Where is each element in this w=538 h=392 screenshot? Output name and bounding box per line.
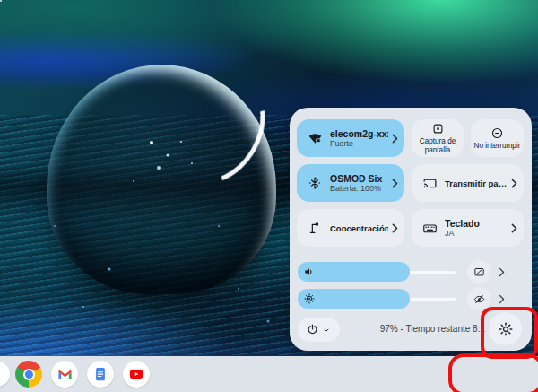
eye-off-icon [473, 292, 486, 306]
volume-slider-row [298, 260, 505, 283]
gmail-icon [57, 369, 73, 380]
screen-capture-label: Captura de pantalla [413, 137, 462, 154]
do-not-disturb-icon [489, 126, 507, 140]
shelf-app-chrome[interactable] [15, 361, 42, 388]
launcher-button[interactable] [0, 362, 10, 387]
monitor-audio-toggle-button[interactable] [467, 260, 490, 283]
cast-icon [421, 176, 438, 191]
keyboard-icon [421, 221, 438, 236]
shelf: 16 de dic 15:39 JA [0, 356, 538, 392]
bluetooth-device-name: OSMOD Six [330, 173, 388, 184]
shelf-app-gmail[interactable] [51, 361, 78, 388]
water-droplet [47, 65, 276, 294]
shelf-app-youtube[interactable] [123, 361, 150, 388]
monitor-off-icon [473, 266, 486, 279]
bluetooth-battery: Batería: 100% [330, 184, 388, 194]
battery-status-text: 97% - Tiempo restante 8:1 [340, 324, 485, 334]
focus-label: Concentración [330, 223, 388, 233]
keyboard-label: Teclado [445, 218, 508, 229]
gear-icon [498, 321, 514, 337]
tile-keyboard[interactable]: Teclado JA [412, 209, 524, 247]
brightness-slider-fill [298, 289, 410, 309]
chromeos-screen: elecom2g-xxx… Fuerte Captura de pantalla… [0, 0, 538, 392]
chevron-right-icon [511, 179, 517, 188]
bluetooth-icon [306, 176, 324, 190]
quick-settings-panel: elecom2g-xxx… Fuerte Captura de pantalla… [290, 108, 532, 351]
power-icon [306, 323, 319, 336]
brightness-slider-row [298, 287, 505, 310]
tile-screen-capture[interactable]: Captura de pantalla [412, 119, 464, 157]
chrome-icon [15, 361, 42, 388]
tile-network[interactable]: elecom2g-xxx… Fuerte [297, 119, 404, 157]
brightness-slider[interactable] [298, 289, 456, 309]
settings-button[interactable] [489, 312, 522, 345]
wallpaper-sparkles [0, 0, 2, 2]
network-name: elecom2g-xxx… [330, 128, 388, 139]
network-signal: Fuerte [330, 139, 388, 149]
audio-settings-chevron-icon[interactable] [499, 267, 505, 277]
brightness-icon [303, 292, 316, 305]
tile-cast[interactable]: Transmitir pa… [412, 164, 524, 202]
chevron-right-icon [392, 134, 398, 144]
volume-slider[interactable] [298, 262, 456, 282]
screenshot-icon [429, 122, 447, 135]
tile-bluetooth[interactable]: OSMOD Six Batería: 100% [297, 164, 404, 202]
chevron-right-icon [511, 223, 517, 233]
power-button[interactable] [298, 318, 340, 342]
volume-icon [303, 266, 316, 278]
shelf-app-docs[interactable] [87, 361, 114, 388]
chevron-right-icon [392, 179, 398, 188]
do-not-disturb-label: No interrumpir [474, 142, 521, 151]
tile-do-not-disturb[interactable]: No interrumpir [471, 119, 524, 157]
focus-icon [306, 221, 324, 235]
chevron-down-icon [321, 325, 332, 335]
cast-label: Transmitir pa… [445, 179, 508, 188]
privacy-screen-toggle-button[interactable] [467, 287, 490, 310]
wifi-lock-icon [306, 131, 324, 146]
tile-focus[interactable]: Concentración [297, 209, 404, 247]
keyboard-layout: JA [445, 229, 508, 239]
docs-icon [92, 366, 108, 382]
chevron-right-icon [392, 223, 398, 233]
youtube-icon [128, 366, 144, 382]
volume-slider-fill [298, 262, 410, 282]
display-settings-chevron-icon[interactable] [499, 294, 505, 304]
